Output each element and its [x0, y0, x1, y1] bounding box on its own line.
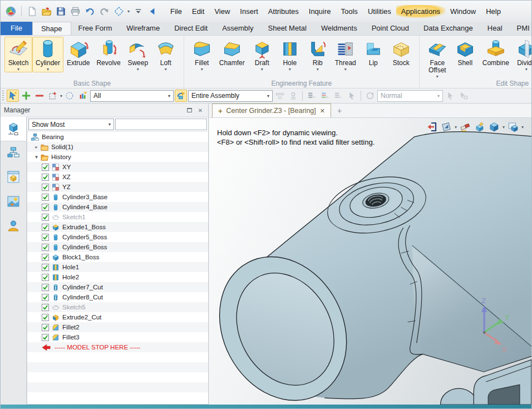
scope-dropdown[interactable]: Entire Assembly▾ [188, 90, 273, 102]
visibility-checkbox[interactable] [42, 324, 49, 331]
tree-row-cylinder8-cut[interactable]: Cylinder8_Cut [27, 292, 208, 302]
menu-file[interactable]: File [165, 5, 187, 18]
tree-row-yz[interactable]: YZ [27, 182, 208, 192]
extrude-button[interactable]: Extrude [63, 37, 93, 72]
sketch-button[interactable]: Sketch▾ [4, 37, 32, 72]
chevron-down-icon[interactable]: ▾ [17, 67, 19, 72]
ribbon-tab-pmi[interactable]: PMI [510, 22, 531, 35]
link-anchor-icon[interactable] [287, 90, 299, 102]
menu-insert[interactable]: Insert [235, 5, 263, 18]
shell-button[interactable]: Shell [451, 37, 479, 72]
add-select-icon[interactable] [20, 90, 32, 102]
ribbon-tab-free-form[interactable]: Free Form [71, 22, 120, 35]
sweep-button[interactable]: Sweep▾ [124, 37, 152, 72]
redo-icon[interactable] [98, 6, 110, 17]
ribbon-tab-data-exchange[interactable]: Data Exchange [416, 22, 480, 35]
manager-tab-role-manager[interactable] [1, 215, 26, 239]
manager-tab-visual-manager[interactable] [1, 166, 26, 190]
tree-row-xy[interactable]: XY [27, 162, 208, 172]
show-filter-dropdown[interactable]: Show Most ▾ [28, 119, 114, 130]
display-mode-icon[interactable] [507, 121, 519, 133]
view-orient-icon[interactable] [440, 121, 452, 133]
undo-icon[interactable] [84, 6, 96, 17]
manager-restore-button[interactable] [185, 106, 194, 114]
list-filter-gray-icon[interactable] [332, 90, 344, 102]
chevron-down-icon[interactable]: ▾ [503, 125, 505, 130]
document-tab[interactable]: + Center Grinder.Z3 - [Bearing] ✕ [212, 104, 331, 117]
visibility-checkbox[interactable] [42, 254, 49, 261]
stock-button[interactable]: Stock [387, 37, 415, 72]
toolbar-drag-handle[interactable] [2, 91, 4, 101]
chevron-down-icon[interactable]: ▾ [127, 9, 130, 14]
ribbon-tab-wireframe[interactable]: Wireframe [119, 22, 167, 35]
menu-help[interactable]: Help [481, 5, 506, 18]
selection-diamond-icon[interactable] [113, 6, 125, 17]
tree-row-model-stop-here[interactable]: ----- MODEL STOP HERE ----- [27, 342, 208, 352]
tree-row-extrude1-boss[interactable]: Extrude1_Boss [27, 222, 208, 232]
visibility-checkbox[interactable] [42, 274, 49, 281]
close-icon[interactable]: ✕ [320, 107, 325, 115]
menu-view[interactable]: View [209, 5, 235, 18]
tree-row-extrude2-cut[interactable]: Extrude2_Cut [27, 312, 208, 322]
tree-row-bearing[interactable]: Bearing [27, 132, 208, 142]
tree-row-sketch5[interactable]: Sketch5 [27, 302, 208, 312]
exit-view-icon[interactable] [426, 121, 438, 133]
tree-row-cylinder3-base[interactable]: Cylinder3_Base [27, 192, 208, 202]
tree-row-block1-boss[interactable]: Block1_Boss [27, 252, 208, 262]
visibility-checkbox[interactable] [42, 304, 49, 311]
tree-row-hole1[interactable]: Hole1 [27, 262, 208, 272]
draft-button[interactable]: Draft▾ [248, 37, 276, 72]
tree-row-fillet2[interactable]: Fillet2 [27, 322, 208, 332]
tree-row-history[interactable]: ▾History [27, 152, 208, 162]
visibility-checkbox[interactable] [42, 224, 49, 231]
erase-temp-icon[interactable] [459, 121, 471, 133]
ribbon-tab-direct-edit[interactable]: Direct Edit [167, 22, 215, 35]
ribbon-collapse-icon[interactable] [132, 6, 144, 17]
manager-tab-render-manager[interactable] [1, 190, 26, 215]
rotate-view-icon[interactable] [364, 90, 376, 102]
ribbon-tab-shape[interactable]: Shape [32, 22, 71, 35]
chevron-down-icon[interactable]: ▾ [455, 125, 457, 130]
visibility-checkbox[interactable] [42, 234, 49, 241]
chevron-down-icon[interactable]: ▾ [344, 67, 347, 72]
menu-edit[interactable]: Edit [187, 5, 209, 18]
hole-button[interactable]: Hole▾ [276, 37, 304, 72]
new-file-icon[interactable] [26, 6, 38, 17]
pick-target-icon[interactable] [444, 90, 456, 102]
entity-filter-dropdown[interactable]: All▾ [90, 90, 174, 102]
menu-window[interactable]: Window [445, 5, 481, 18]
save-icon[interactable] [55, 6, 67, 17]
tree-row-fillet3[interactable]: Fillet3 [27, 332, 208, 342]
manager-tab-assembly-manager[interactable] [1, 141, 26, 166]
loft-button[interactable]: Loft▾ [152, 37, 180, 72]
visibility-checkbox[interactable] [42, 204, 49, 211]
collapse-arrow-icon[interactable]: ▾ [33, 154, 40, 160]
pin-view-icon[interactable] [474, 121, 486, 133]
pick-probe-icon[interactable] [457, 90, 470, 102]
menu-tools[interactable]: Tools [336, 5, 363, 18]
tree-row-xz[interactable]: XZ [27, 172, 208, 182]
lasso-icon[interactable] [63, 90, 76, 102]
tree-row-cylinder7-cut[interactable]: Cylinder7_Cut [27, 282, 208, 292]
chevron-down-icon[interactable]: ▾ [137, 67, 139, 72]
combine-button[interactable]: Combine [479, 37, 513, 72]
ribbon-tab-assembly[interactable]: Assembly [215, 22, 260, 35]
tree-row-solid-1[interactable]: ▸Solid(1) [27, 142, 208, 152]
visibility-checkbox[interactable] [42, 294, 49, 301]
model-corner-bump[interactable] [441, 388, 477, 405]
list-filter-color-icon[interactable] [319, 90, 331, 102]
rib-button[interactable]: Rib▾ [304, 37, 332, 72]
thread-button[interactable]: Thread▾ [332, 37, 359, 72]
visibility-checkbox[interactable] [42, 194, 49, 201]
divide-button[interactable]: Divide▾ [513, 37, 531, 72]
ribbon-tab-file[interactable]: File [1, 22, 32, 35]
tree-row-cylinder6-boss[interactable]: Cylinder6_Boss [27, 242, 208, 252]
pointer-gray-icon[interactable] [346, 90, 358, 102]
menu-applications[interactable]: Applications [396, 5, 445, 18]
chevron-down-icon[interactable]: ▾ [165, 67, 167, 72]
visibility-checkbox[interactable] [42, 164, 49, 171]
tree-row-hole2[interactable]: Hole2 [27, 272, 208, 282]
chevron-down-icon[interactable]: ▾ [289, 67, 291, 72]
visibility-checkbox[interactable] [42, 334, 49, 341]
tree-row-cylinder5-boss[interactable]: Cylinder5_Boss [27, 232, 208, 242]
